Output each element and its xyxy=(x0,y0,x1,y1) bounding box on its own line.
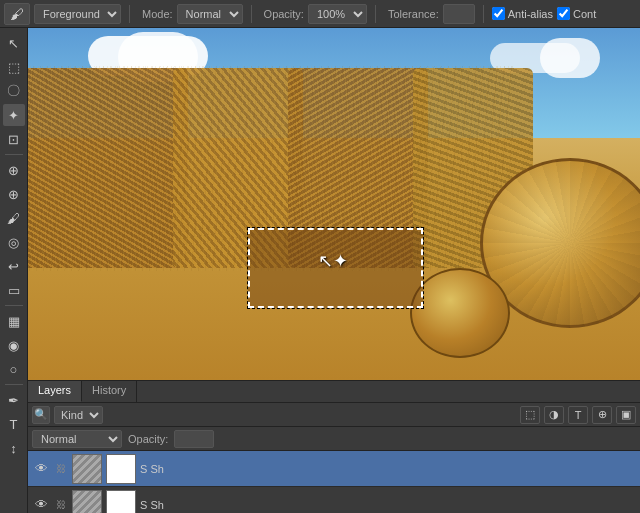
bottom-panel: Layers History 🔍 Kind ⬚ ◑ T ⊕ ▣ Normal xyxy=(28,380,640,513)
hay-letter-e xyxy=(173,68,303,268)
pixel-filter-btn[interactable]: ⬚ xyxy=(520,406,540,424)
crop-tool[interactable]: ⊡ xyxy=(3,128,25,150)
anti-alias-checkbox-label[interactable]: Anti-alias xyxy=(492,7,553,20)
tool-divider-2 xyxy=(5,305,23,306)
tool-divider-1 xyxy=(5,154,23,155)
toolbox: ↖ ⬚ 〇 ✦ ⊡ ⊕ ⊕ 🖌 ◎ ↩ ▭ ▦ ◉ ○ ✒ T ↕ xyxy=(0,28,28,513)
mode-label: Mode: xyxy=(142,8,173,20)
layer-mask-thumb-2 xyxy=(106,490,136,514)
panel-tabs: Layers History xyxy=(28,381,640,403)
opacity-bar-input[interactable]: 100% xyxy=(174,430,214,448)
tab-history[interactable]: History xyxy=(82,381,137,402)
opacity-bar-label: Opacity: xyxy=(128,433,168,445)
adjustment-filter-btn[interactable]: ◑ xyxy=(544,406,564,424)
tool-divider-3 xyxy=(5,384,23,385)
tolerance-label: Tolerance: xyxy=(388,8,439,20)
pen-tool[interactable]: ✒ xyxy=(3,389,25,411)
hay-letter-w xyxy=(28,68,188,268)
top-toolbar: 🖌 Foreground Mode: Normal Opacity: 100% … xyxy=(0,0,640,28)
blur-tool[interactable]: ◉ xyxy=(3,334,25,356)
tab-layers[interactable]: Layers xyxy=(28,381,82,402)
main-area: ↖ ⬚ 〇 ✦ ⊡ ⊕ ⊕ 🖌 ◎ ↩ ▭ ▦ ◉ ○ ✒ T ↕ xyxy=(0,28,640,513)
contiguous-checkbox[interactable] xyxy=(557,7,570,20)
layer-search-icon[interactable]: 🔍 xyxy=(32,406,50,424)
marquee-tool[interactable]: ⬚ xyxy=(3,56,25,78)
healing-tool[interactable]: ⊕ xyxy=(3,183,25,205)
hay-letter-s xyxy=(288,68,428,268)
eye-btn-1[interactable]: 👁 xyxy=(32,460,50,478)
blend-mode-bar: Normal Opacity: 100% xyxy=(28,427,640,451)
contiguous-checkbox-label[interactable]: Cont xyxy=(557,7,596,20)
layer-row-2[interactable]: 👁 ⛓ S Sh xyxy=(28,487,640,513)
hay-bale-small xyxy=(410,268,510,358)
cloud-2b xyxy=(540,38,600,78)
mode-select[interactable]: Normal xyxy=(177,4,243,24)
canvas-area[interactable]: ↖✦ Layers History 🔍 Kind ⬚ ◑ T ⊕ ▣ xyxy=(28,28,640,513)
move-tool[interactable]: ↖ xyxy=(3,32,25,54)
text-tool[interactable]: T xyxy=(3,413,25,435)
divider-3 xyxy=(375,5,376,23)
divider-4 xyxy=(483,5,484,23)
layer-thumb-2 xyxy=(72,490,102,514)
lasso-tool[interactable]: 〇 xyxy=(3,80,25,102)
blend-mode-select[interactable]: Normal xyxy=(32,430,122,448)
divider-2 xyxy=(251,5,252,23)
layer-search-bar: 🔍 Kind ⬚ ◑ T ⊕ ▣ xyxy=(28,403,640,427)
opacity-select[interactable]: 100% xyxy=(308,4,367,24)
history-brush-tool[interactable]: ↩ xyxy=(3,255,25,277)
smart-filter-btn[interactable]: ⊕ xyxy=(592,406,612,424)
brush-tool-icon[interactable]: 🖌 xyxy=(4,3,30,25)
chain-2: ⛓ xyxy=(54,496,68,514)
color-filter-btn[interactable]: ▣ xyxy=(616,406,636,424)
tolerance-input[interactable]: 32 xyxy=(443,4,475,24)
opacity-label: Opacity: xyxy=(264,8,304,20)
layer-thumb-1 xyxy=(72,454,102,484)
eraser-tool[interactable]: ▭ xyxy=(3,279,25,301)
shape-tool[interactable]: ↕ xyxy=(3,437,25,459)
layer-mask-thumb-1 xyxy=(106,454,136,484)
eyedropper-tool[interactable]: ⊕ xyxy=(3,159,25,181)
magic-wand-tool[interactable]: ✦ xyxy=(3,104,25,126)
layer-name-2: S Sh xyxy=(140,499,636,511)
kind-select[interactable]: Kind xyxy=(54,406,103,424)
divider-1 xyxy=(129,5,130,23)
gradient-tool[interactable]: ▦ xyxy=(3,310,25,332)
chain-1: ⛓ xyxy=(54,460,68,478)
dodge-tool[interactable]: ○ xyxy=(3,358,25,380)
layer-row-1[interactable]: 👁 ⛓ S Sh xyxy=(28,451,640,487)
anti-alias-checkbox[interactable] xyxy=(492,7,505,20)
type-filter-btn[interactable]: T xyxy=(568,406,588,424)
source-select[interactable]: Foreground xyxy=(34,4,121,24)
clone-tool[interactable]: ◎ xyxy=(3,231,25,253)
layer-name-1: S Sh xyxy=(140,463,636,475)
eye-btn-2[interactable]: 👁 xyxy=(32,496,50,514)
brush-tool[interactable]: 🖌 xyxy=(3,207,25,229)
